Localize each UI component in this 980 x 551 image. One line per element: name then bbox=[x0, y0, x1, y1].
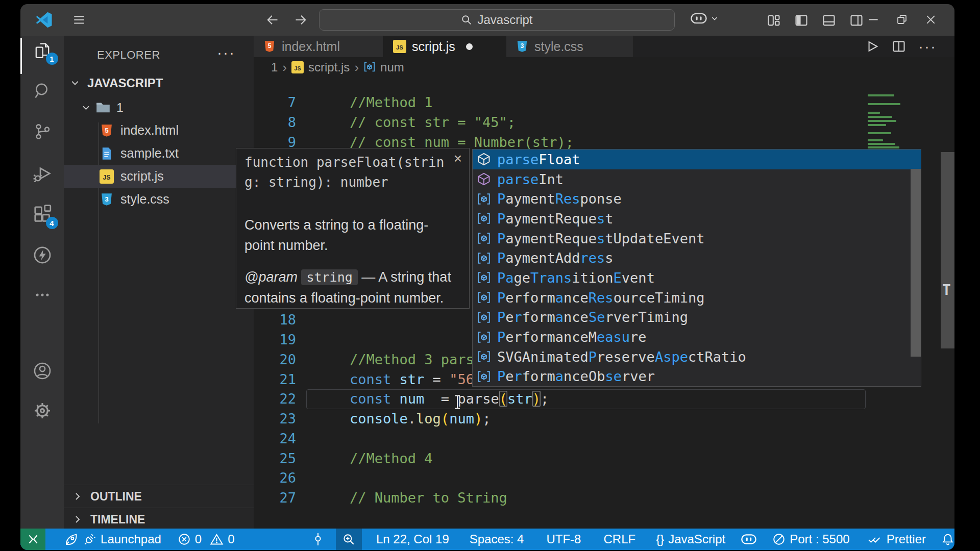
suggest-item-PageTransitionEvent[interactable]: PageTransitionEvent bbox=[473, 268, 921, 288]
language-mode-status[interactable]: {} JavaScript bbox=[656, 532, 725, 546]
line-number: 7 bbox=[255, 92, 296, 112]
remote-indicator[interactable] bbox=[20, 529, 45, 550]
code-segment: str bbox=[507, 391, 532, 407]
suggest-item-PerformanceServerTiming[interactable]: PerformanceServerTiming bbox=[473, 308, 921, 328]
suggest-item-PerformanceResourceTiming[interactable]: PerformanceResourceTiming bbox=[473, 288, 921, 308]
event-symbol-icon bbox=[477, 231, 492, 246]
code-line-7[interactable]: 7 //Method 1 bbox=[20, 92, 954, 112]
live-server-port-status[interactable]: Port : 5500 bbox=[772, 532, 849, 546]
status-bar: Launchpad 0 0 Ln 22, Col 19 Spaces: 4 UT… bbox=[20, 529, 954, 550]
code-line-26[interactable]: 26 bbox=[20, 468, 954, 488]
code-text: // const str = "45"; bbox=[316, 112, 516, 132]
launchpad-status-item[interactable]: Launchpad bbox=[64, 532, 161, 547]
code-segment: //Method 4 bbox=[316, 450, 433, 466]
eol-status[interactable]: CRLF bbox=[603, 532, 635, 546]
suggest-label: PageTransitionEvent bbox=[497, 270, 655, 286]
suggest-item-PaymentAddress[interactable]: PaymentAddress bbox=[473, 248, 921, 268]
code-segment: ; bbox=[482, 411, 491, 427]
code-segment: const bbox=[316, 371, 391, 387]
code-segment: //Method 1 bbox=[316, 94, 433, 110]
event-symbol-icon bbox=[477, 251, 492, 266]
suggest-item-PaymentRequest[interactable]: PaymentRequest bbox=[473, 209, 921, 229]
cursor-position-status[interactable]: Ln 22, Col 19 bbox=[376, 532, 449, 546]
notifications-bell[interactable] bbox=[941, 533, 954, 546]
warning-count: 0 bbox=[228, 532, 234, 546]
line-number: 19 bbox=[255, 330, 296, 349]
code-line-25[interactable]: 25 //Method 4 bbox=[20, 448, 954, 468]
code-line-22[interactable]: 22 const num = parse(str); bbox=[20, 389, 954, 409]
indentation-status[interactable]: Spaces: 4 bbox=[470, 532, 524, 546]
warning-icon bbox=[210, 533, 224, 546]
minimap-line bbox=[868, 94, 894, 96]
event-symbol-icon bbox=[477, 290, 492, 305]
suggest-label: PaymentAddress bbox=[497, 250, 614, 266]
event-symbol-icon bbox=[477, 349, 492, 364]
hover-param: @param string — A string that contains a… bbox=[244, 267, 451, 308]
suggest-item-PaymentRequestUpdateEvent[interactable]: PaymentRequestUpdateEvent bbox=[473, 229, 921, 248]
code-text: //Method 1 bbox=[316, 92, 433, 112]
code-segment: parse bbox=[457, 391, 499, 407]
suggest-label: PaymentRequest bbox=[497, 211, 614, 227]
minimap-line bbox=[868, 116, 892, 118]
suggest-label: SVGAnimatedPreserveAspectRatio bbox=[497, 349, 746, 365]
code-line-23[interactable]: 23 console.log(num); bbox=[20, 409, 954, 429]
suggest-item-PerformanceMeasure[interactable]: PerformanceMeasure bbox=[473, 327, 921, 347]
code-text: //Method 3 parseFl bbox=[316, 349, 499, 369]
event-symbol-icon bbox=[477, 369, 492, 384]
plug-icon bbox=[83, 533, 96, 546]
editor-scrollbar-thumb[interactable] bbox=[941, 152, 954, 348]
zoom-status-button[interactable] bbox=[336, 529, 362, 550]
code-segment: log bbox=[416, 411, 441, 427]
code-segment bbox=[391, 371, 399, 387]
suggest-item-PaymentResponse[interactable]: PaymentResponse bbox=[473, 189, 921, 209]
code-text: //Method 4 bbox=[316, 448, 433, 468]
code-segment: ; bbox=[541, 391, 549, 407]
error-count: 0 bbox=[195, 532, 202, 546]
code-segment bbox=[391, 391, 399, 407]
line-number: 22 bbox=[255, 389, 296, 409]
line-number: 21 bbox=[255, 369, 296, 389]
vscode-window: Javascript bbox=[20, 4, 954, 550]
suggest-label: PaymentRequestUpdateEvent bbox=[497, 231, 704, 246]
suggest-item-parseInt[interactable]: parseInt bbox=[473, 169, 921, 189]
prettier-status[interactable]: Prettier bbox=[867, 532, 926, 546]
event-symbol-icon bbox=[477, 191, 492, 207]
suggest-scrollbar-thumb[interactable] bbox=[911, 169, 921, 357]
code-segment: ) bbox=[474, 411, 482, 427]
suggest-label: parseInt bbox=[497, 171, 564, 187]
param-name-chip: string bbox=[301, 269, 357, 285]
suggest-list: parseFloatparseIntPaymentResponsePayment… bbox=[473, 149, 921, 386]
copilot-status[interactable] bbox=[741, 533, 757, 545]
suggest-item-parseFloat[interactable]: parseFloat bbox=[473, 149, 921, 169]
close-icon[interactable]: × bbox=[454, 151, 462, 167]
code-line-8[interactable]: 8 // const str = "45"; bbox=[20, 112, 954, 132]
problems-status-item[interactable]: 0 0 bbox=[178, 532, 235, 546]
suggest-label: PerformanceResourceTiming bbox=[497, 290, 704, 306]
event-symbol-icon bbox=[477, 270, 492, 285]
pointer-indicator[interactable] bbox=[311, 532, 325, 547]
double-check-icon bbox=[867, 533, 883, 545]
code-segment: // const num = Number(str); bbox=[316, 134, 574, 150]
code-segment: . bbox=[408, 411, 416, 427]
line-number: 27 bbox=[255, 488, 296, 508]
code-line-24[interactable]: 24 bbox=[20, 429, 954, 448]
code-segment: ( bbox=[441, 411, 449, 427]
code-segment: num bbox=[449, 411, 474, 427]
code-segment: = bbox=[424, 371, 449, 387]
code-line-27[interactable]: 27 // Number to String bbox=[20, 488, 954, 508]
braces-icon: {} bbox=[656, 532, 664, 546]
encoding-status[interactable]: UTF-8 bbox=[546, 532, 581, 546]
suggest-item-SVGAnimatedPreserveAspectRatio[interactable]: SVGAnimatedPreserveAspectRatio bbox=[473, 347, 921, 367]
copilot-icon bbox=[741, 533, 757, 545]
event-symbol-icon bbox=[477, 310, 492, 325]
minimap[interactable] bbox=[868, 94, 904, 152]
code-segment: ) bbox=[532, 391, 541, 407]
suggest-item-PerformanceObserver[interactable]: PerformanceObserver bbox=[473, 367, 921, 387]
code-segment: // const str = "45"; bbox=[316, 114, 516, 130]
code-segment: console bbox=[316, 411, 408, 427]
minimap-line bbox=[868, 146, 899, 148]
suggest-label: PaymentResponse bbox=[497, 191, 622, 207]
code-segment: const bbox=[316, 391, 391, 407]
code-text: // Number to String bbox=[316, 488, 507, 508]
line-number: 26 bbox=[255, 468, 296, 488]
